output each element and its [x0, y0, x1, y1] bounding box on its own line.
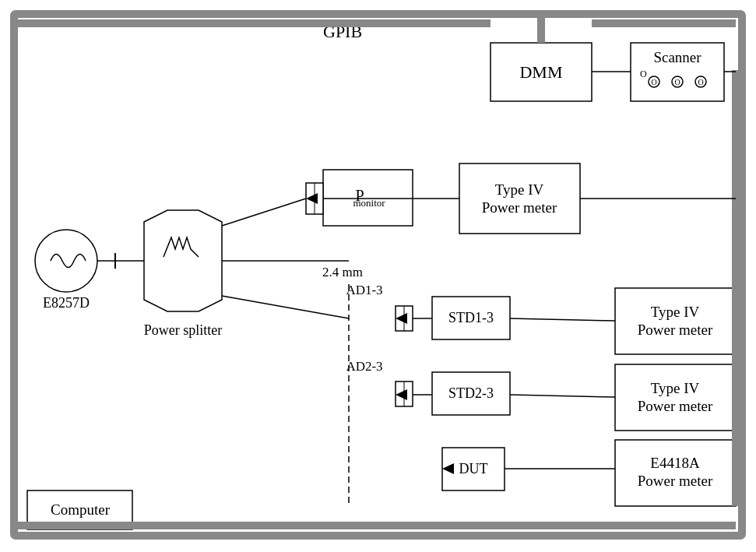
type-iv-label-2b: Power meter [638, 322, 713, 338]
power-splitter-label: Power splitter [144, 322, 223, 338]
scanner-label: Scanner [653, 49, 701, 65]
dut-label: DUT [459, 461, 488, 476]
scanner-o-label: O [640, 69, 647, 79]
std2-label: STD2-3 [448, 385, 494, 401]
std1-label: STD1-3 [448, 310, 494, 325]
e4418a-label: E4418A [650, 455, 700, 471]
type-iv-label-1: Type IV [495, 181, 544, 198]
type-iv-label-2: Type IV [651, 304, 700, 320]
e4418a-label-b: Power meter [638, 473, 713, 489]
ad2-label: AD2-3 [346, 359, 382, 374]
type-iv-label-3b: Power meter [638, 398, 713, 414]
e8257d-circle [35, 230, 97, 292]
power-splitter-polygon [144, 210, 222, 311]
svg-text:O: O [651, 78, 656, 86]
svg-text:O: O [674, 78, 680, 86]
dmm-label: DMM [519, 62, 562, 82]
type-iv-label-3: Type IV [651, 380, 700, 396]
ad1-label: AD1-3 [346, 283, 382, 297]
computer-label: Computer [51, 501, 111, 518]
type-iv-label-1b: Power meter [482, 199, 557, 216]
svg-text:O: O [698, 78, 703, 86]
connector-24mm-label: 2.4 mm [322, 265, 363, 280]
diagram: GPIB Computer DMM Scanner O O O O Type I… [0, 0, 756, 552]
e8257d-label: E8257D [43, 295, 90, 311]
type-iv-box-1 [459, 163, 580, 234]
